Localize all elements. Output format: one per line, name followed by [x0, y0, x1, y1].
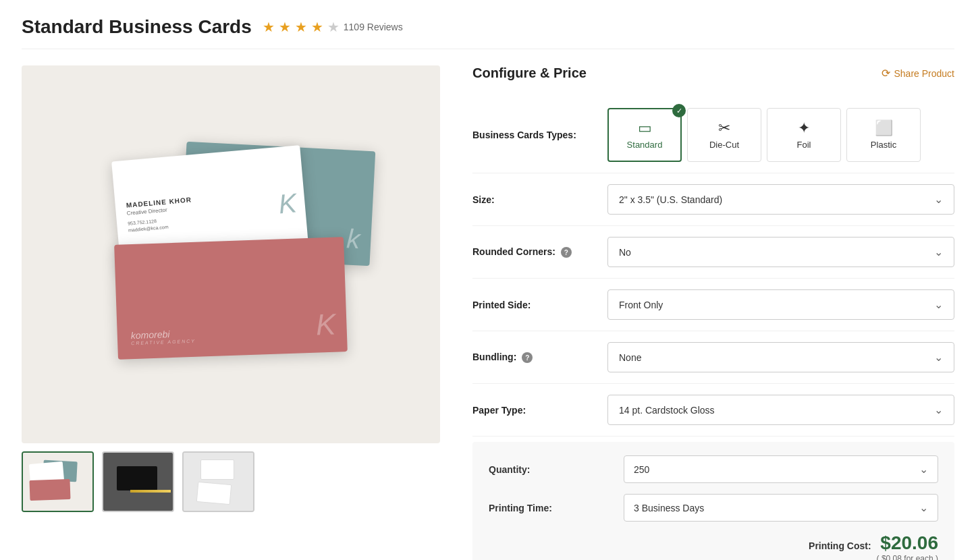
share-product-label: Share Product	[894, 68, 955, 79]
rounded-corners-row: Rounded Corners: ? No ⌄	[472, 226, 954, 279]
product-title: Standard Business Cards	[22, 16, 252, 38]
printing-cost-row: Printing Cost: $20.06 ( $0.08 for each )	[489, 532, 938, 560]
card-type-plastic[interactable]: ⬜ Plastic	[846, 108, 921, 162]
thumb1-rose	[29, 479, 70, 501]
star-4: ★	[311, 19, 323, 35]
quantity-section: Quantity: 250 ⌄ Printing Time: 3 Busines…	[472, 442, 954, 560]
card-rose-brand: komorebiCREATIVE AGENCY	[131, 328, 196, 345]
card-white-k: K	[277, 188, 298, 219]
die-cut-label: Die-Cut	[709, 140, 739, 150]
star-5: ★	[327, 19, 340, 35]
quantity-dropdown[interactable]: 250 ⌄	[624, 455, 938, 483]
cost-value-group: $20.06 ( $0.08 for each )	[877, 532, 938, 560]
thumbnail-3-image	[184, 453, 253, 511]
thumb3-card2	[196, 482, 232, 505]
rounded-corners-chevron-down-icon: ⌄	[934, 246, 943, 258]
printing-time-chevron-down-icon: ⌄	[919, 501, 928, 514]
standard-label: Standard	[627, 140, 663, 150]
paper-type-label: Paper Type:	[472, 405, 607, 416]
config-header: Configure & Price ⟳ Share Product	[472, 65, 954, 81]
foil-icon: ✦	[798, 121, 810, 136]
size-dropdown-wrapper: 2" x 3.5" (U.S. Standard) ⌄	[607, 184, 954, 215]
thumbnail-2[interactable]	[102, 451, 174, 512]
config-title: Configure & Price	[472, 65, 587, 81]
rounded-corners-dropdown-wrapper: No ⌄	[607, 237, 954, 267]
product-title-row: Standard Business Cards ★ ★ ★ ★ ★ 1109 R…	[22, 16, 954, 49]
size-dropdown[interactable]: 2" x 3.5" (U.S. Standard) ⌄	[607, 184, 954, 215]
product-illustration: k komorebiCREATIVE AGENCY MADELINE KHOR …	[76, 126, 386, 383]
thumb2-dark-card	[117, 466, 157, 491]
main-image-container: k komorebiCREATIVE AGENCY MADELINE KHOR …	[22, 65, 440, 443]
card-type-label: Business Cards Types:	[472, 130, 607, 140]
standard-icon: ▭	[638, 121, 652, 136]
plastic-label: Plastic	[871, 140, 896, 150]
size-value: 2" x 3.5" (U.S. Standard)	[619, 194, 722, 205]
thumbnail-3[interactable]	[182, 451, 254, 512]
thumbnail-1-image	[23, 453, 92, 511]
bundling-value: None	[619, 352, 641, 363]
share-product-button[interactable]: ⟳ Share Product	[882, 67, 955, 80]
printing-time-label: Printing Time:	[489, 503, 624, 513]
printing-cost-label: Printing Cost:	[809, 540, 871, 551]
thumbnail-2-image	[103, 453, 173, 511]
printed-side-dropdown[interactable]: Front Only ⌄	[607, 289, 954, 320]
printing-time-value: 3 Business Days	[634, 503, 704, 513]
quantity-chevron-down-icon: ⌄	[919, 463, 928, 476]
bundling-row: Bundling: ? None ⌄	[472, 331, 954, 384]
rounded-corners-label: Rounded Corners: ?	[472, 246, 607, 258]
rounded-corners-help-icon[interactable]: ?	[561, 247, 572, 258]
printing-time-row: Printing Time: 3 Business Days ⌄	[489, 494, 938, 522]
card-rose-k: K	[315, 308, 336, 342]
size-row: Size: 2" x 3.5" (U.S. Standard) ⌄	[472, 173, 954, 226]
card-type-foil[interactable]: ✦ Foil	[767, 108, 841, 162]
bundling-help-icon[interactable]: ?	[522, 352, 533, 363]
config-section: Configure & Price ⟳ Share Product Busine…	[462, 65, 954, 560]
card-rose: K komorebiCREATIVE AGENCY	[114, 237, 348, 360]
paper-type-dropdown[interactable]: 14 pt. Cardstock Gloss ⌄	[607, 395, 954, 425]
star-1: ★	[263, 19, 275, 35]
bundling-dropdown[interactable]: None ⌄	[607, 342, 954, 372]
thumb2-gold-stripe	[130, 490, 171, 493]
rounded-corners-value: No	[619, 247, 631, 258]
share-icon: ⟳	[882, 67, 890, 80]
printed-side-chevron-down-icon: ⌄	[934, 298, 943, 311]
stars-row: ★ ★ ★ ★ ★ 1109 Reviews	[263, 19, 403, 35]
thumbnail-1[interactable]	[22, 451, 94, 512]
bundling-label: Bundling: ?	[472, 352, 607, 364]
foil-label: Foil	[797, 140, 811, 150]
printing-time-dropdown[interactable]: 3 Business Days ⌄	[624, 494, 938, 522]
quantity-row: Quantity: 250 ⌄	[489, 455, 938, 483]
star-3: ★	[295, 19, 307, 35]
rounded-corners-dropdown[interactable]: No ⌄	[607, 237, 954, 267]
bundling-chevron-down-icon: ⌄	[934, 351, 943, 364]
printed-side-value: Front Only	[619, 300, 663, 310]
plastic-icon: ⬜	[875, 121, 893, 136]
thumb3-card1	[200, 459, 234, 480]
bundling-dropdown-wrapper: None ⌄	[607, 342, 954, 372]
star-2: ★	[279, 19, 291, 35]
quantity-value: 250	[634, 464, 649, 475]
page-wrapper: Standard Business Cards ★ ★ ★ ★ ★ 1109 R…	[0, 0, 976, 560]
reviews-count: 1109 Reviews	[344, 22, 403, 32]
paper-type-value: 14 pt. Cardstock Gloss	[619, 405, 715, 416]
card-type-row: Business Cards Types: ✓ ▭ Standard ✂ Die…	[472, 97, 954, 173]
main-content: k komorebiCREATIVE AGENCY MADELINE KHOR …	[22, 65, 954, 560]
die-cut-icon: ✂	[718, 121, 730, 136]
card-type-die-cut[interactable]: ✂ Die-Cut	[687, 108, 761, 162]
size-chevron-down-icon: ⌄	[934, 193, 943, 206]
paper-type-dropdown-wrapper: 14 pt. Cardstock Gloss ⌄	[607, 395, 954, 425]
quantity-label: Quantity:	[489, 464, 624, 475]
active-check-icon: ✓	[672, 104, 686, 117]
card-types-group: ✓ ▭ Standard ✂ Die-Cut ✦ Foil ⬜ Plasti	[607, 108, 921, 162]
card-type-standard[interactable]: ✓ ▭ Standard	[607, 108, 682, 162]
printed-side-row: Printed Side: Front Only ⌄	[472, 279, 954, 331]
printed-side-label: Printed Side:	[472, 300, 607, 310]
printing-cost-value: $20.06	[880, 532, 938, 554]
printed-side-dropdown-wrapper: Front Only ⌄	[607, 289, 954, 320]
card-k-letter: k	[346, 223, 360, 254]
size-label: Size:	[472, 194, 607, 205]
paper-type-chevron-down-icon: ⌄	[934, 403, 943, 416]
image-section: k komorebiCREATIVE AGENCY MADELINE KHOR …	[22, 65, 440, 560]
paper-type-row: Paper Type: 14 pt. Cardstock Gloss ⌄	[472, 384, 954, 437]
thumbnail-row	[22, 451, 440, 512]
